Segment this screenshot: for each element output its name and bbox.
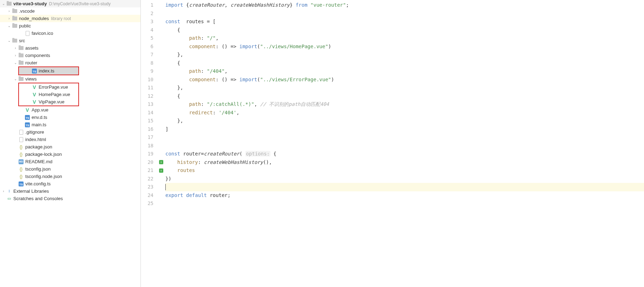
chevron-down-icon[interactable]: ⌄ [6, 39, 12, 43]
code-line: { [165, 92, 644, 101]
code-line: { [165, 26, 644, 34]
line-number: 2 [141, 9, 158, 18]
code-line: }, [165, 51, 644, 59]
tree-item-tsconfig-node[interactable]: › {} tsconfig.node.json [0, 173, 140, 180]
tree-item-vscode[interactable]: › .vscode [0, 7, 140, 15]
line-number: 23 [141, 183, 158, 191]
code-line: redirect: '/404', [165, 109, 644, 117]
chevron-right-icon[interactable]: › [6, 17, 12, 20]
line-number: 16 [141, 125, 158, 134]
tree-item-vite-config[interactable]: › TS vite.config.ts [0, 180, 140, 187]
tree-item-gitignore[interactable]: › .gitignore [0, 128, 140, 136]
tree-item-components[interactable]: › components [0, 52, 140, 59]
tree-scratches[interactable]: › ▭ Scratches and Consoles [0, 195, 140, 202]
code-line: ] [165, 125, 644, 134]
code-line [165, 142, 644, 150]
line-number: 22 [141, 175, 158, 183]
vue-icon: V [32, 84, 37, 90]
tree-item-favicon[interactable]: › favicon.ico [0, 30, 140, 37]
code-editor[interactable]: 1234567891011121314151617181920212223242… [141, 0, 644, 287]
tree-item-index-ts[interactable]: › TS index.ts [19, 67, 78, 75]
tree-item-assets[interactable]: › assets [0, 44, 140, 52]
tree-item-node-modules[interactable]: › node_modules library root [0, 15, 140, 22]
line-number: 18 [141, 142, 158, 150]
tree-item-router[interactable]: ⌄ router [0, 59, 140, 66]
code-line: const routes = [ [165, 18, 644, 26]
change-marker-icon: ↑ [158, 166, 164, 175]
file-icon [18, 129, 24, 135]
code-line [165, 9, 644, 18]
ts-icon: TS [25, 122, 30, 128]
json-icon: {} [18, 174, 24, 179]
line-number: 10 [141, 76, 158, 84]
vue-icon: V [25, 107, 30, 113]
chevron-down-icon[interactable]: ⌄ [1, 2, 6, 6]
chevron-right-icon[interactable]: › [6, 9, 12, 13]
code-line: routes [165, 166, 644, 175]
code-line: path: "/404", [165, 67, 644, 76]
code-line: component: () => import("../views/ErrorP… [165, 76, 644, 84]
tree-item-src[interactable]: ⌄ src [0, 37, 140, 44]
tree-item-env-dts[interactable]: › TS env.d.ts [0, 114, 140, 121]
scratch-icon: ▭ [6, 196, 12, 202]
json-icon: {} [18, 166, 24, 172]
file-icon [25, 31, 30, 36]
tree-item-main-ts[interactable]: › TS main.ts [0, 121, 140, 128]
tree-path: D:\myCode\Vue3\vite-vue3-study [49, 1, 111, 6]
code-line: history: createWebHashHistory(), [165, 158, 644, 167]
code-line: path: "/:catchAll(.*)", // 不识别的path自动匹配4… [165, 100, 644, 109]
line-number: 19 [141, 150, 158, 158]
tree-root[interactable]: ⌄ vite-vue3-study D:\myCode\Vue3\vite-vu… [0, 0, 140, 7]
line-number: 20 [141, 158, 158, 167]
json-icon: {} [18, 144, 24, 150]
code-line: path: "/", [165, 34, 644, 43]
vue-icon: V [32, 92, 37, 97]
tree-item-vippage[interactable]: › V VipPage.vue [19, 98, 78, 106]
tree-item-package-json[interactable]: › {} package.json [0, 143, 140, 151]
tree-item-tsconfig[interactable]: › {} tsconfig.json [0, 165, 140, 173]
tree-label: vite-vue3-study [13, 1, 47, 6]
chevron-right-icon[interactable]: › [1, 189, 6, 193]
folder-icon [18, 53, 24, 58]
code-line: { [165, 59, 644, 68]
text-cursor [165, 184, 166, 190]
tree-item-public[interactable]: ⌄ public [0, 22, 140, 30]
chevron-right-icon[interactable]: › [13, 46, 18, 50]
ts-icon: TS [25, 115, 30, 120]
line-number: 6 [141, 43, 158, 51]
chevron-right-icon[interactable]: › [13, 53, 18, 57]
code-line-current [165, 183, 644, 191]
chevron-down-icon[interactable]: ⌄ [13, 61, 18, 65]
code-line: }) [165, 175, 644, 183]
gutter-marks: ↑ ↑ [158, 0, 164, 287]
html-icon [18, 137, 24, 142]
folder-icon [12, 38, 18, 44]
tree-item-errorpage[interactable]: › V ErrorPage.vue [19, 83, 78, 91]
chevron-down-icon[interactable]: ⌄ [13, 77, 18, 81]
line-number-gutter: 1234567891011121314151617181920212223242… [141, 0, 158, 287]
tree-item-index-html[interactable]: › index.html [0, 136, 140, 143]
tree-item-app-vue[interactable]: › V App.vue [0, 106, 140, 114]
code-line: }, [165, 117, 644, 125]
folder-icon [18, 60, 24, 66]
tree-item-package-lock[interactable]: › {} package-lock.json [0, 151, 140, 158]
tree-item-readme[interactable]: › MD README.md [0, 158, 140, 165]
line-number: 13 [141, 100, 158, 109]
ts-icon: TS [32, 68, 37, 74]
line-number: 21 [141, 166, 158, 175]
code-line: import {createRouter, createWebHashHisto… [165, 1, 644, 9]
change-marker-icon: ↑ [158, 158, 164, 167]
line-number: 4 [141, 26, 158, 34]
project-tree[interactable]: ⌄ vite-vue3-study D:\myCode\Vue3\vite-vu… [0, 0, 141, 287]
code-line: export default router; [165, 191, 644, 200]
highlight-box-router: › TS index.ts [18, 66, 79, 75]
code-area[interactable]: import {createRouter, createWebHashHisto… [164, 0, 644, 287]
tree-item-homepage[interactable]: › V HomePage.vue [19, 91, 78, 98]
line-number: 14 [141, 109, 158, 117]
highlight-box-views: › V ErrorPage.vue › V HomePage.vue › V V… [18, 83, 79, 106]
line-number: 24 [141, 191, 158, 200]
tree-external-libraries[interactable]: › ⫴ External Libraries [0, 187, 140, 195]
markdown-icon: MD [18, 159, 24, 165]
chevron-down-icon[interactable]: ⌄ [6, 24, 12, 28]
tree-item-views[interactable]: ⌄ views [0, 75, 140, 83]
